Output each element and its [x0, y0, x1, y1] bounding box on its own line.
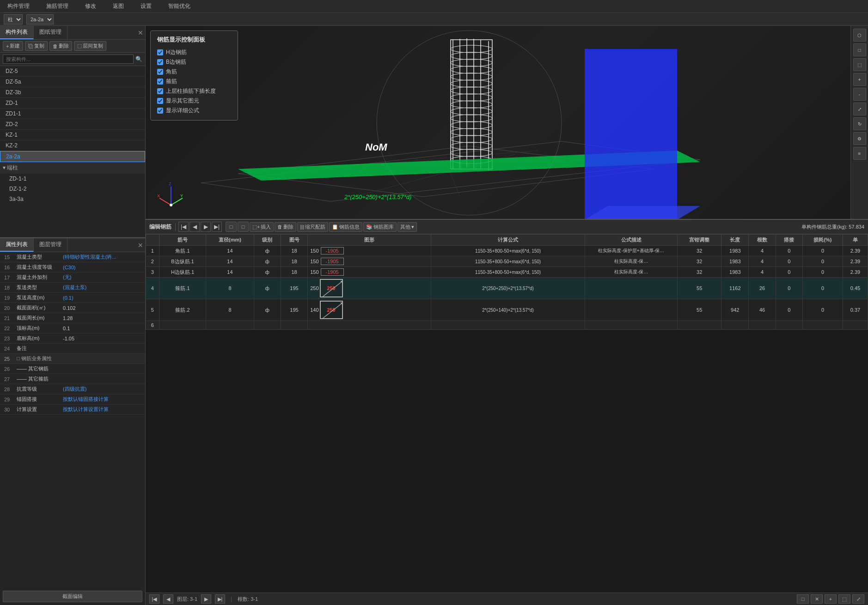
footer-btn2[interactable]: ✕: [811, 594, 823, 604]
comp-item-zd11-1[interactable]: ZD-1-1: [0, 174, 145, 184]
prop-row-28: 28 抗震等级 (四级抗震): [0, 384, 145, 394]
checkbox-h-rebar[interactable]: H边钢筋: [157, 48, 231, 57]
view-settings-btn[interactable]: ⚙: [853, 132, 866, 145]
th-bar-id: 筋号: [159, 235, 206, 246]
pagination-next-btn[interactable]: ▶: [201, 594, 211, 604]
view-rotate-btn[interactable]: ↻: [853, 117, 866, 130]
svg-point-17: [451, 73, 492, 80]
footer-btn1[interactable]: □: [797, 594, 809, 604]
nav-last-btn[interactable]: ▶|: [212, 222, 222, 232]
prop-row-16: 16 混凝土强度等级 (C30): [0, 262, 145, 272]
comp-item-kz2[interactable]: KZ-2: [0, 140, 145, 151]
section-edit-btn[interactable]: 截面编辑: [3, 591, 142, 602]
svg-text:2*(250+250)+2*(13.57*d): 2*(250+250)+2*(13.57*d): [344, 194, 411, 200]
view-zoom-in-btn[interactable]: +: [853, 73, 866, 86]
nav-item-rebar[interactable]: 施筋管理: [43, 1, 72, 11]
comp-item-zd2[interactable]: ZD-2: [0, 119, 145, 130]
component-toolbar: + 新建 ⿻ 复制 🗑 删除 ⬚ 层间复制: [0, 40, 145, 53]
editor-delete-btn[interactable]: 🗑 删除: [275, 222, 296, 232]
tab-drawing-mgmt[interactable]: 图纸管理: [34, 26, 67, 39]
footer-btn3[interactable]: +: [825, 594, 837, 604]
comp-item-dz12[interactable]: DZ-1-2: [0, 184, 145, 194]
property-panel-close-btn[interactable]: ✕: [136, 238, 145, 252]
th-loss: 损耗(%): [803, 235, 843, 246]
comp-item-dz5a[interactable]: DZ-5a: [0, 77, 145, 87]
view-toolbar: ⬡ □ ⬚ + - ⤢ ↻ ⚙ ≡: [850, 26, 868, 219]
nav-next-btn[interactable]: ▶: [201, 222, 211, 232]
nav-item-modify[interactable]: 修改: [81, 1, 100, 11]
pagination-first-btn[interactable]: |◀: [149, 594, 159, 604]
checkbox-upper-insert[interactable]: 上层柱插筋下插长度: [157, 86, 231, 96]
th-desc: 公式描述: [585, 235, 678, 246]
editor-rebar-library-btn[interactable]: 📚 钢筋图库: [363, 222, 397, 232]
checkbox-b-rebar[interactable]: B边钢筋: [157, 57, 231, 67]
checkbox-show-formula[interactable]: 显示详细公式: [157, 106, 231, 115]
footer-btn4[interactable]: ⬚: [838, 594, 850, 604]
view-3d-btn[interactable]: ⬡: [853, 29, 866, 42]
floor-copy-btn[interactable]: ⬚ 层间复制: [74, 41, 106, 51]
view-extra-btn[interactable]: ≡: [853, 147, 866, 160]
table-row: 3 H边纵筋.1 14 ф 18 150 -1905 115: [146, 267, 868, 278]
copy-component-btn[interactable]: ⿻ 复制: [25, 41, 48, 51]
comp-item-zd1[interactable]: ZD-1: [0, 98, 145, 109]
editor-other-btn[interactable]: 其他 ▾: [397, 222, 417, 232]
th-formula: 计算公式: [431, 235, 585, 246]
tab-property-list[interactable]: 属性列表: [0, 238, 34, 252]
nav-first-btn[interactable]: |◀: [178, 222, 189, 232]
col-id-select[interactable]: 2a-2a: [26, 14, 54, 24]
scene-svg: 2*(250+250)+2*(13.57*d) NoM: [146, 26, 868, 219]
th-drawing-no: 图号: [281, 235, 307, 246]
comp-item-dz3b[interactable]: DZ-3b: [0, 87, 145, 98]
svg-point-24: [451, 121, 492, 129]
comp-group-end-col[interactable]: ▾ 端柱: [0, 162, 145, 174]
prop-row-15: 15 混凝土类型 (特细砂塑性混凝土(坍...: [0, 252, 145, 262]
view-2d-btn[interactable]: □: [853, 43, 866, 56]
nav-prev-btn[interactable]: ◀: [189, 222, 200, 232]
search-icon: 🔍: [135, 56, 142, 62]
rebar-table-container[interactable]: 筋号 直径(mm) 级别 图号 图形 计算公式 公式描述 宫钳调整 长度 根数 …: [146, 234, 868, 593]
pagination-prev-btn[interactable]: ◀: [163, 594, 173, 604]
nav-item-optimize[interactable]: 智能优化: [165, 1, 194, 11]
svg-point-23: [451, 115, 492, 122]
panel-close-btn[interactable]: ✕: [136, 26, 145, 39]
view-top-btn[interactable]: ⬚: [853, 58, 866, 71]
th-count: 根数: [749, 235, 776, 246]
view-fit-btn[interactable]: ⤢: [853, 103, 866, 115]
editor-box2-btn[interactable]: □: [238, 222, 249, 232]
delete-icon: 🗑: [53, 43, 58, 49]
svg-point-21: [451, 101, 492, 108]
comp-item-2a2a[interactable]: 2a-2a: [0, 151, 145, 162]
comp-item-3a3a[interactable]: 3a-3a: [0, 194, 145, 204]
th-length: 长度: [721, 235, 749, 246]
editor-insert-btn[interactable]: ⬚+ 插入: [250, 222, 274, 232]
editor-box1-btn[interactable]: □: [226, 222, 237, 232]
nav-item-settings[interactable]: 设置: [137, 1, 155, 11]
tab-layer-mgmt[interactable]: 图层管理: [34, 238, 67, 252]
checkbox-corner-rebar[interactable]: 角筋: [157, 67, 231, 77]
prop-row-25: 25 □ 钢筋业务属性: [0, 354, 145, 364]
comp-item-kz1[interactable]: KZ-1: [0, 130, 145, 140]
editor-scale-config-btn[interactable]: ||| 缩尺配筋: [297, 222, 328, 232]
footer-btn5[interactable]: ⤢: [852, 594, 864, 604]
prop-row-24: 24 备注: [0, 344, 145, 354]
svg-point-27: [451, 142, 492, 150]
svg-text:Z: Z: [169, 182, 171, 186]
delete-component-btn[interactable]: 🗑 删除: [49, 41, 72, 51]
col-type-select[interactable]: 柱: [4, 14, 23, 24]
new-component-btn[interactable]: + 新建: [3, 41, 23, 51]
nav-item-component[interactable]: 构件管理: [4, 1, 33, 11]
checkbox-stirrup[interactable]: 箍筋: [157, 77, 231, 86]
tab-component-list[interactable]: 构件列表: [0, 26, 34, 39]
checkbox-show-other[interactable]: 显示其它图元: [157, 96, 231, 106]
comp-item-zd11[interactable]: ZD1-1: [0, 109, 145, 119]
comp-item-dz5[interactable]: DZ-5: [0, 66, 145, 77]
svg-point-39: [377, 30, 562, 215]
editor-rebar-info-btn[interactable]: 📋 钢筋信息: [329, 222, 362, 232]
view-zoom-out-btn[interactable]: -: [853, 88, 866, 101]
prop-row-18: 18 泵送类型 (混凝土泵): [0, 283, 145, 293]
copy-icon: ⿻: [28, 43, 33, 49]
count-info: 根数: 3-1: [238, 596, 258, 603]
search-input[interactable]: [3, 54, 134, 64]
nav-item-return[interactable]: 返图: [109, 1, 128, 11]
pagination-last-btn[interactable]: ▶|: [215, 594, 225, 604]
